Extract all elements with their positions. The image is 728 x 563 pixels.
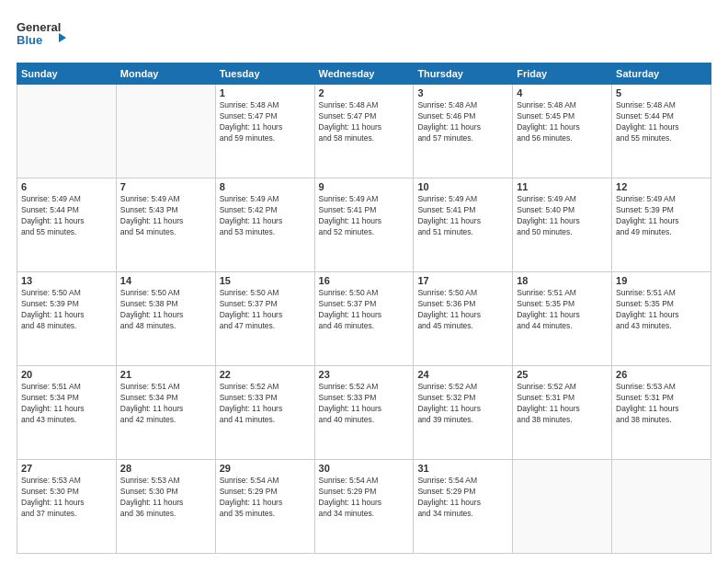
day-info: Sunrise: 5:49 AM Sunset: 5:43 PM Dayligh… <box>120 194 211 238</box>
day-info: Sunrise: 5:50 AM Sunset: 5:37 PM Dayligh… <box>220 288 311 332</box>
calendar-cell: 4Sunrise: 5:48 AM Sunset: 5:45 PM Daylig… <box>513 85 612 178</box>
weekday-header: Sunday <box>17 63 117 85</box>
day-info: Sunrise: 5:49 AM Sunset: 5:42 PM Dayligh… <box>220 194 311 238</box>
svg-marker-2 <box>59 33 66 42</box>
day-number: 15 <box>220 275 311 286</box>
day-info: Sunrise: 5:51 AM Sunset: 5:34 PM Dayligh… <box>21 382 112 426</box>
calendar-cell: 7Sunrise: 5:49 AM Sunset: 5:43 PM Daylig… <box>116 178 215 272</box>
calendar-table: SundayMondayTuesdayWednesdayThursdayFrid… <box>17 63 711 554</box>
day-number: 23 <box>319 369 410 380</box>
day-info: Sunrise: 5:49 AM Sunset: 5:41 PM Dayligh… <box>417 194 508 238</box>
day-number: 13 <box>21 275 112 286</box>
day-number: 26 <box>616 369 707 380</box>
day-info: Sunrise: 5:54 AM Sunset: 5:29 PM Dayligh… <box>220 476 311 520</box>
calendar-cell: 23Sunrise: 5:52 AM Sunset: 5:33 PM Dayli… <box>314 366 414 460</box>
day-number: 9 <box>319 181 410 192</box>
day-number: 29 <box>220 463 311 474</box>
day-number: 28 <box>120 463 211 474</box>
calendar-cell: 10Sunrise: 5:49 AM Sunset: 5:41 PM Dayli… <box>414 178 513 272</box>
calendar-cell: 19Sunrise: 5:51 AM Sunset: 5:35 PM Dayli… <box>612 272 711 366</box>
day-number: 7 <box>120 181 211 192</box>
weekday-header: Friday <box>513 63 612 85</box>
calendar-cell: 27Sunrise: 5:53 AM Sunset: 5:30 PM Dayli… <box>17 460 117 554</box>
day-number: 2 <box>319 87 410 98</box>
day-info: Sunrise: 5:50 AM Sunset: 5:38 PM Dayligh… <box>120 288 211 332</box>
calendar-cell: 14Sunrise: 5:50 AM Sunset: 5:38 PM Dayli… <box>116 272 215 366</box>
calendar-cell <box>612 460 711 554</box>
calendar-cell: 26Sunrise: 5:53 AM Sunset: 5:31 PM Dayli… <box>612 366 711 460</box>
day-number: 11 <box>517 181 608 192</box>
calendar-cell: 16Sunrise: 5:50 AM Sunset: 5:37 PM Dayli… <box>314 272 414 366</box>
day-info: Sunrise: 5:48 AM Sunset: 5:45 PM Dayligh… <box>517 100 608 144</box>
day-number: 14 <box>120 275 211 286</box>
day-number: 16 <box>319 275 410 286</box>
page-header: General Blue <box>17 17 711 53</box>
day-info: Sunrise: 5:49 AM Sunset: 5:40 PM Dayligh… <box>517 194 608 238</box>
day-number: 12 <box>616 181 707 192</box>
calendar-cell <box>513 460 612 554</box>
day-info: Sunrise: 5:54 AM Sunset: 5:29 PM Dayligh… <box>319 476 410 520</box>
day-number: 1 <box>220 87 311 98</box>
day-info: Sunrise: 5:51 AM Sunset: 5:35 PM Dayligh… <box>517 288 608 332</box>
calendar-cell: 18Sunrise: 5:51 AM Sunset: 5:35 PM Dayli… <box>513 272 612 366</box>
day-number: 20 <box>21 369 112 380</box>
calendar-cell: 9Sunrise: 5:49 AM Sunset: 5:41 PM Daylig… <box>314 178 414 272</box>
day-number: 27 <box>21 463 112 474</box>
calendar-cell: 3Sunrise: 5:48 AM Sunset: 5:46 PM Daylig… <box>414 85 513 178</box>
day-info: Sunrise: 5:48 AM Sunset: 5:47 PM Dayligh… <box>220 100 311 144</box>
day-info: Sunrise: 5:53 AM Sunset: 5:30 PM Dayligh… <box>120 476 211 520</box>
svg-text:General: General <box>17 20 61 34</box>
calendar-cell: 8Sunrise: 5:49 AM Sunset: 5:42 PM Daylig… <box>215 178 314 272</box>
calendar-cell: 2Sunrise: 5:48 AM Sunset: 5:47 PM Daylig… <box>314 85 414 178</box>
calendar-cell: 30Sunrise: 5:54 AM Sunset: 5:29 PM Dayli… <box>314 460 414 554</box>
day-info: Sunrise: 5:49 AM Sunset: 5:39 PM Dayligh… <box>616 194 707 238</box>
calendar-cell: 28Sunrise: 5:53 AM Sunset: 5:30 PM Dayli… <box>116 460 215 554</box>
day-info: Sunrise: 5:52 AM Sunset: 5:32 PM Dayligh… <box>417 382 508 426</box>
day-info: Sunrise: 5:52 AM Sunset: 5:31 PM Dayligh… <box>517 382 608 426</box>
calendar-cell: 22Sunrise: 5:52 AM Sunset: 5:33 PM Dayli… <box>215 366 314 460</box>
day-number: 31 <box>417 463 508 474</box>
svg-text:Blue: Blue <box>17 33 42 47</box>
calendar-cell: 13Sunrise: 5:50 AM Sunset: 5:39 PM Dayli… <box>17 272 117 366</box>
calendar-cell: 29Sunrise: 5:54 AM Sunset: 5:29 PM Dayli… <box>215 460 314 554</box>
day-number: 22 <box>220 369 311 380</box>
day-number: 4 <box>517 87 608 98</box>
calendar-cell: 1Sunrise: 5:48 AM Sunset: 5:47 PM Daylig… <box>215 85 314 178</box>
day-number: 25 <box>517 369 608 380</box>
day-info: Sunrise: 5:48 AM Sunset: 5:46 PM Dayligh… <box>417 100 508 144</box>
weekday-header: Tuesday <box>215 63 314 85</box>
day-info: Sunrise: 5:50 AM Sunset: 5:39 PM Dayligh… <box>21 288 112 332</box>
logo-svg: General Blue <box>17 17 67 53</box>
weekday-header: Monday <box>116 63 215 85</box>
day-info: Sunrise: 5:48 AM Sunset: 5:47 PM Dayligh… <box>319 100 410 144</box>
day-number: 18 <box>517 275 608 286</box>
calendar-cell: 15Sunrise: 5:50 AM Sunset: 5:37 PM Dayli… <box>215 272 314 366</box>
day-number: 10 <box>417 181 508 192</box>
day-number: 30 <box>319 463 410 474</box>
calendar-cell: 25Sunrise: 5:52 AM Sunset: 5:31 PM Dayli… <box>513 366 612 460</box>
day-info: Sunrise: 5:54 AM Sunset: 5:29 PM Dayligh… <box>417 476 508 520</box>
day-number: 21 <box>120 369 211 380</box>
day-number: 24 <box>417 369 508 380</box>
day-number: 5 <box>616 87 707 98</box>
day-info: Sunrise: 5:50 AM Sunset: 5:36 PM Dayligh… <box>417 288 508 332</box>
calendar-cell: 11Sunrise: 5:49 AM Sunset: 5:40 PM Dayli… <box>513 178 612 272</box>
calendar-cell <box>17 85 117 178</box>
day-info: Sunrise: 5:53 AM Sunset: 5:31 PM Dayligh… <box>616 382 707 426</box>
day-info: Sunrise: 5:48 AM Sunset: 5:44 PM Dayligh… <box>616 100 707 144</box>
day-info: Sunrise: 5:51 AM Sunset: 5:34 PM Dayligh… <box>120 382 211 426</box>
day-number: 17 <box>417 275 508 286</box>
weekday-header: Saturday <box>612 63 711 85</box>
calendar-header-row: SundayMondayTuesdayWednesdayThursdayFrid… <box>17 63 711 85</box>
day-info: Sunrise: 5:51 AM Sunset: 5:35 PM Dayligh… <box>616 288 707 332</box>
calendar-cell: 5Sunrise: 5:48 AM Sunset: 5:44 PM Daylig… <box>612 85 711 178</box>
calendar-cell: 20Sunrise: 5:51 AM Sunset: 5:34 PM Dayli… <box>17 366 117 460</box>
calendar-cell: 21Sunrise: 5:51 AM Sunset: 5:34 PM Dayli… <box>116 366 215 460</box>
day-number: 19 <box>616 275 707 286</box>
logo: General Blue <box>17 17 67 53</box>
calendar-cell: 17Sunrise: 5:50 AM Sunset: 5:36 PM Dayli… <box>414 272 513 366</box>
day-number: 8 <box>220 181 311 192</box>
calendar-cell: 31Sunrise: 5:54 AM Sunset: 5:29 PM Dayli… <box>414 460 513 554</box>
day-info: Sunrise: 5:53 AM Sunset: 5:30 PM Dayligh… <box>21 476 112 520</box>
weekday-header: Wednesday <box>314 63 414 85</box>
